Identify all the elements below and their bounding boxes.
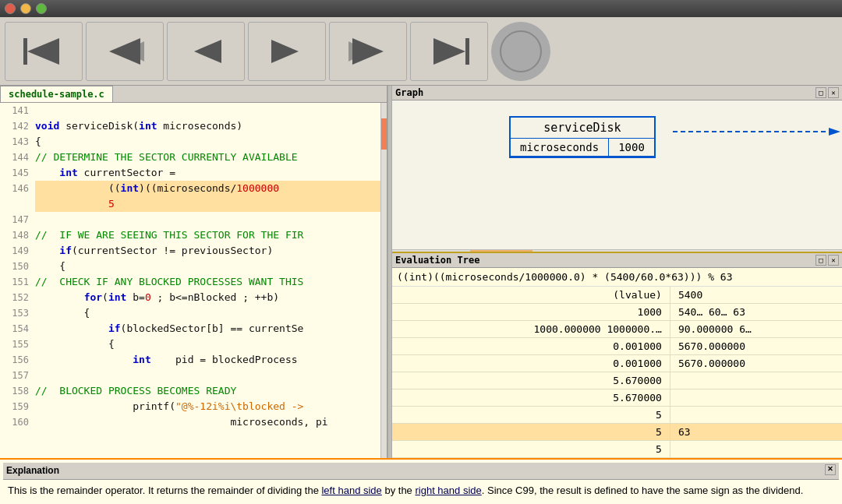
svg-rect-8	[465, 38, 469, 65]
node-param-value: 1000	[609, 139, 654, 156]
vertical-scrollbar[interactable]	[380, 103, 387, 498]
right-panel: Graph □ ✕ serviceDisk microseconds 1000	[392, 86, 842, 504]
line-code: if(currentSector != previousSector)	[35, 243, 387, 259]
node-title: serviceDisk	[511, 118, 654, 139]
graph-close-button[interactable]: ✕	[828, 87, 839, 98]
line-number: 148	[0, 227, 35, 243]
explanation-link-rhs[interactable]: right hand side	[415, 485, 481, 496]
code-line-155: 155 {	[0, 337, 387, 352]
scrollbar-thumb[interactable]	[381, 118, 387, 150]
table-row: (lvalue) 5400	[392, 287, 842, 304]
line-code: for(int b=0 ; b<=nBlocked ; ++b)	[35, 290, 387, 305]
svg-point-10	[501, 31, 541, 72]
eval-cell-right: 63	[670, 424, 842, 441]
eval-cell-left: 5	[392, 441, 670, 458]
line-code: // BLOCKED PROCESS BECOMES READY	[35, 383, 387, 399]
svg-marker-4	[194, 40, 221, 63]
svg-marker-12	[829, 128, 840, 136]
explanation-link-lhs[interactable]: left hand side	[321, 485, 381, 496]
graph-arrow	[673, 124, 842, 139]
table-row: 0.001000 5670.000000	[392, 355, 842, 372]
last-button[interactable]	[410, 22, 488, 81]
eval-cell-left: 1000	[392, 304, 670, 321]
eval-expression: ((int)((microseconds/1000000.0) * (5400/…	[392, 268, 842, 287]
node-param-name: microseconds	[511, 139, 609, 156]
line-code: // CHECK IF ANY BLOCKED PROCESSES WANT T…	[35, 274, 387, 290]
code-line-143: 143 {	[0, 134, 387, 150]
eval-cell-right: 90.000000 6…	[670, 321, 842, 338]
eval-cell-right	[670, 389, 842, 407]
line-code: int pid = blockedProcess	[35, 352, 387, 368]
line-code: int currentSector =	[35, 165, 387, 181]
line-number: 143	[0, 134, 35, 150]
prev-button[interactable]	[86, 22, 164, 81]
line-number: 146	[0, 181, 35, 196]
line-number: 152	[0, 290, 35, 305]
next-button[interactable]	[329, 22, 407, 81]
eval-restore-button[interactable]: □	[815, 255, 826, 266]
eval-close-button[interactable]: ✕	[828, 255, 839, 266]
line-code: ((int)((microseconds/1000000	[35, 181, 387, 196]
graph-panel: Graph □ ✕ serviceDisk microseconds 1000	[392, 86, 842, 253]
line-number	[0, 196, 35, 212]
code-line-159: 159 printf("@%-12i%i\tblocked ->	[0, 399, 387, 414]
close-button[interactable]	[5, 3, 16, 14]
graph-restore-button[interactable]: □	[815, 87, 826, 98]
table-row: 5	[392, 407, 842, 424]
main-layout: schedule-sample.c 141 142 void serviceDi…	[0, 86, 842, 504]
code-line-158: 158 // BLOCKED PROCESS BECOMES READY	[0, 383, 387, 399]
line-code: void serviceDisk(int microseconds)	[35, 118, 387, 134]
code-line-144: 144 // DETERMINE THE SECTOR CURRENTLY AV…	[0, 150, 387, 165]
eval-cell-left: (lvalue)	[392, 287, 670, 304]
eval-cell-right	[670, 372, 842, 389]
code-line-142: 142 void serviceDisk(int microseconds)	[0, 118, 387, 134]
table-row: 5	[392, 441, 842, 458]
first-button[interactable]	[5, 22, 83, 81]
code-tab[interactable]: schedule-sample.c	[0, 86, 113, 102]
line-code: if(blockedSector[b] == currentSe	[35, 321, 387, 337]
eval-cell-right: 5670.000000	[670, 338, 842, 355]
line-number: 141	[0, 103, 35, 118]
line-code	[35, 103, 387, 118]
eval-cell-left: 5	[392, 424, 670, 441]
minimize-button[interactable]	[20, 3, 31, 14]
line-number: 150	[0, 259, 35, 274]
eval-cell-left: 1000.000000 1000000.…	[392, 321, 670, 338]
code-line-141: 141	[0, 103, 387, 118]
eval-panel-buttons: □ ✕	[815, 255, 839, 266]
step-back-button[interactable]	[167, 22, 245, 81]
eval-title: Evaluation Tree	[395, 255, 815, 266]
explanation-close-button[interactable]: ✕	[825, 464, 836, 475]
explanation-panel: Explanation ✕ This is the remainder oper…	[0, 458, 842, 504]
table-row: 5.670000	[392, 389, 842, 407]
line-number: 142	[0, 118, 35, 134]
explanation-header: Explanation ✕	[3, 463, 839, 480]
eval-cell-right: 5400	[670, 287, 842, 304]
code-line-145: 145 int currentSector =	[0, 165, 387, 181]
code-lines: 141 142 void serviceDisk(int microsecond…	[0, 103, 387, 430]
line-code: {	[35, 337, 387, 352]
table-row: 0.001000 5670.000000	[392, 338, 842, 355]
toolbar	[0, 17, 842, 86]
line-code: printf("@%-12i%i\tblocked ->	[35, 399, 387, 414]
table-row: 5 63	[392, 424, 842, 441]
graph-scroll-thumb[interactable]	[470, 250, 532, 253]
eval-cell-left: 0.001000	[392, 338, 670, 355]
table-row: 1000 540… 60… 63	[392, 304, 842, 321]
node-box: serviceDisk microseconds 1000	[509, 116, 656, 158]
graph-scrollbar[interactable]	[392, 249, 842, 253]
maximize-button[interactable]	[36, 3, 47, 14]
code-content[interactable]: 141 142 void serviceDisk(int microsecond…	[0, 103, 387, 498]
explanation-text: This is the remainder operator. It retur…	[3, 480, 839, 502]
record-button[interactable]	[491, 22, 550, 81]
line-number: 147	[0, 212, 35, 227]
line-code: 5	[35, 196, 387, 212]
eval-header: Evaluation Tree □ ✕	[392, 253, 842, 268]
line-number: 154	[0, 321, 35, 337]
graph-panel-buttons: □ ✕	[815, 87, 839, 98]
step-forward-button[interactable]	[248, 22, 326, 81]
line-number: 158	[0, 383, 35, 399]
line-number: 145	[0, 165, 35, 181]
line-number: 151	[0, 274, 35, 290]
code-line-148: 148 // IF WE ARE SEEING THIS SECTOR FOR …	[0, 227, 387, 243]
